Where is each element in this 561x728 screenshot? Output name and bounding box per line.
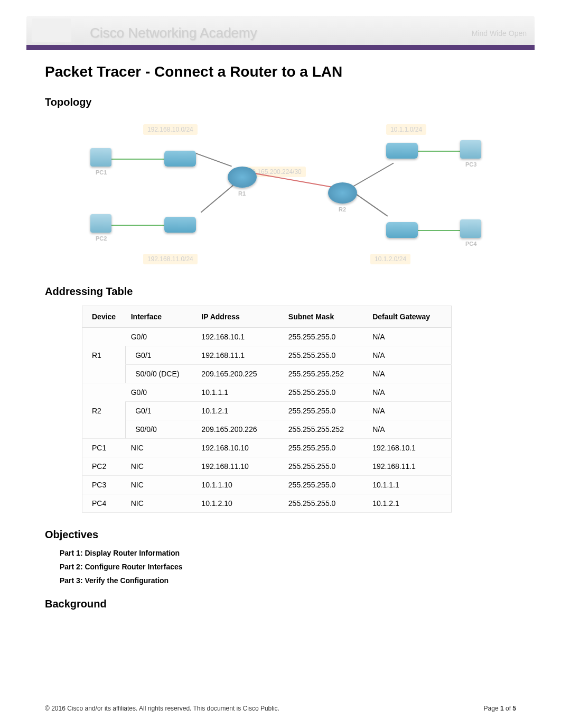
table-header-row: Device Interface IP Address Subnet Mask … — [82, 306, 452, 328]
pc1-label: PC1 — [96, 169, 107, 176]
table-row: R1G0/0192.168.10.1255.255.255.0N/A — [82, 328, 452, 346]
cell-interface: G0/1 — [126, 402, 197, 420]
table-row: G0/1192.168.11.1255.255.255.0N/A — [82, 346, 452, 365]
th-mask: Subnet Mask — [283, 306, 367, 328]
cell-device: PC2 — [82, 457, 126, 476]
cell-ip: 10.1.1.10 — [196, 476, 283, 494]
cell-ip: 192.168.10.10 — [196, 439, 283, 457]
th-interface: Interface — [126, 306, 197, 328]
cell-mask: 255.255.255.0 — [283, 328, 367, 346]
link — [201, 185, 234, 213]
link — [352, 163, 394, 188]
cell-ip: 10.1.2.1 — [196, 402, 283, 420]
cell-ip: 192.168.10.1 — [196, 328, 283, 346]
cell-interface: S0/0/0 — [126, 420, 197, 439]
cell-gateway: N/A — [367, 365, 451, 383]
objective-item: Part 3: Verify the Configuration — [60, 576, 516, 585]
net-label-bl: 192.168.11.0/24 — [143, 254, 198, 264]
cell-interface: S0/0/0 (DCE) — [126, 365, 197, 383]
switch-icon — [386, 143, 418, 159]
cell-ip: 209.165.200.226 — [196, 420, 283, 439]
topology-diagram: 192.168.10.0/24 10.1.1.0/24 209.165.200.… — [85, 116, 476, 270]
cell-mask: 255.255.255.0 — [283, 476, 367, 494]
cell-gateway: N/A — [367, 420, 451, 439]
th-gateway: Default Gateway — [367, 306, 451, 328]
header-banner: Cisco Networking Academy Mind Wide Open — [26, 16, 535, 50]
background-heading: Background — [45, 598, 516, 610]
cell-ip: 10.1.1.1 — [196, 383, 283, 402]
table-row: S0/0/0209.165.200.226255.255.255.252N/A — [82, 420, 452, 439]
cell-mask: 255.255.255.0 — [283, 494, 367, 513]
link — [413, 230, 465, 231]
objectives-list: Part 1: Display Router Information Part … — [60, 549, 516, 585]
cell-interface: G0/0 — [126, 328, 197, 346]
pc2-icon — [90, 214, 111, 233]
cell-ip: 10.1.2.10 — [196, 494, 283, 513]
cell-device: R1 — [82, 328, 126, 383]
cell-gateway: N/A — [367, 402, 451, 420]
table-row: S0/0/0 (DCE)209.165.200.225255.255.255.2… — [82, 365, 452, 383]
table-row: PC2NIC192.168.11.10255.255.255.0192.168.… — [82, 457, 452, 476]
cisco-logo — [32, 19, 71, 42]
table-row: PC4NIC10.1.2.10255.255.255.010.1.2.1 — [82, 494, 452, 513]
topology-heading: Topology — [45, 96, 516, 108]
cell-mask: 255.255.255.0 — [283, 346, 367, 365]
banner-title: Cisco Networking Academy — [90, 25, 257, 41]
r1-icon — [228, 167, 257, 188]
th-ip: IP Address — [196, 306, 283, 328]
cell-gateway: 192.168.11.1 — [367, 457, 451, 476]
net-label-tl: 192.168.10.0/24 — [143, 124, 198, 135]
link — [413, 151, 465, 152]
table-row: PC1NIC192.168.10.10255.255.255.0192.168.… — [82, 439, 452, 457]
cell-ip: 192.168.11.10 — [196, 457, 283, 476]
cell-device: PC1 — [82, 439, 126, 457]
cell-device: R2 — [82, 383, 126, 439]
table-row: PC3NIC10.1.1.10255.255.255.010.1.1.1 — [82, 476, 452, 494]
net-label-tr: 10.1.1.0/24 — [386, 124, 426, 135]
cell-ip: 192.168.11.1 — [196, 346, 283, 365]
pc4-label: PC4 — [465, 241, 476, 247]
objective-item: Part 1: Display Router Information — [60, 549, 516, 557]
table-row: R2G0/010.1.1.1255.255.255.0N/A — [82, 383, 452, 402]
pc1-icon — [90, 148, 111, 167]
cell-interface: NIC — [126, 439, 197, 457]
cell-gateway: N/A — [367, 383, 451, 402]
cell-gateway: 10.1.1.1 — [367, 476, 451, 494]
addressing-heading: Addressing Table — [45, 285, 516, 298]
cell-interface: NIC — [126, 457, 197, 476]
pc3-icon — [460, 140, 481, 159]
cell-mask: 255.255.255.0 — [283, 457, 367, 476]
cell-mask: 255.255.255.252 — [283, 365, 367, 383]
cell-mask: 255.255.255.0 — [283, 439, 367, 457]
cell-device: PC4 — [82, 494, 126, 513]
cell-interface: NIC — [126, 494, 197, 513]
th-device: Device — [82, 306, 126, 328]
link — [111, 225, 170, 226]
objective-item: Part 2: Configure Router Interfaces — [60, 563, 516, 571]
link — [353, 191, 388, 217]
r2-label: R2 — [339, 206, 346, 213]
cell-mask: 255.255.255.0 — [283, 402, 367, 420]
page-title: Packet Tracer - Connect a Router to a LA… — [45, 63, 516, 80]
cell-gateway: N/A — [367, 346, 451, 365]
objectives-heading: Objectives — [45, 529, 516, 541]
switch-icon — [164, 151, 196, 167]
cell-interface: NIC — [126, 476, 197, 494]
content-area: Packet Tracer - Connect a Router to a LA… — [0, 63, 561, 610]
table-row: G0/110.1.2.1255.255.255.0N/A — [82, 402, 452, 420]
banner-slogan: Mind Wide Open — [472, 29, 527, 38]
addressing-table: Device Interface IP Address Subnet Mask … — [82, 306, 452, 513]
cell-interface: G0/1 — [126, 346, 197, 365]
pc4-icon — [460, 219, 481, 238]
link — [111, 159, 167, 160]
pc3-label: PC3 — [465, 161, 476, 168]
r1-label: R1 — [238, 190, 246, 197]
pc2-label: PC2 — [96, 235, 107, 242]
r2-icon — [328, 182, 357, 204]
switch-icon — [386, 222, 418, 238]
switch-icon — [164, 217, 196, 233]
cell-mask: 255.255.255.252 — [283, 420, 367, 439]
cell-interface: G0/0 — [126, 383, 197, 402]
cell-mask: 255.255.255.0 — [283, 383, 367, 402]
cell-gateway: 192.168.10.1 — [367, 439, 451, 457]
